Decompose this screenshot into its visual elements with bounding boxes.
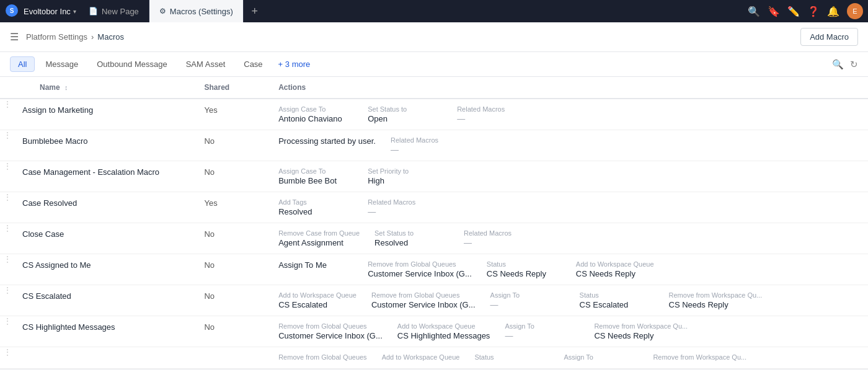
macro-name[interactable]: Assign to Marketing — [15, 99, 197, 130]
filter-icons: 🔍 ↻ — [832, 59, 858, 70]
breadcrumb: Platform Settings › Macros — [26, 32, 124, 42]
macro-actions: Remove Case from QueueAgent AssignmentSe… — [271, 223, 868, 254]
table-row: ⋮CS Assigned to MeNoAssign To MeRemove f… — [0, 254, 868, 285]
action-item: Add TagsResolved — [278, 198, 353, 216]
add-macro-button[interactable]: Add Macro — [800, 28, 858, 46]
macro-name[interactable] — [15, 347, 197, 369]
drag-col-header — [0, 77, 15, 99]
drag-icon: ⋮ — [3, 161, 12, 171]
action-item: Remove from Global Queues — [278, 353, 366, 362]
table-row: ⋮Remove from Global QueuesAdd to Workspa… — [0, 347, 868, 369]
action-value: CS Needs Reply — [487, 269, 561, 278]
table-refresh-icon[interactable]: ↻ — [850, 59, 858, 70]
drag-handle[interactable]: ⋮ — [0, 254, 15, 285]
macro-actions: Add to Workspace QueueCS EscalatedRemove… — [271, 285, 868, 316]
action-label: Status — [474, 353, 549, 361]
action-label: Remove from Global Queues — [278, 322, 383, 330]
action-item: Remove from Workspace Qu... — [653, 353, 746, 362]
table-row: ⋮CS Highlighted MessagesNoRemove from Gl… — [0, 316, 868, 347]
avatar[interactable]: E — [847, 3, 863, 19]
filter-tab-all[interactable]: All — [10, 56, 35, 72]
shared-col-header: Shared — [197, 77, 271, 99]
action-value: — — [391, 145, 465, 154]
macro-name[interactable]: CS Escalated — [15, 285, 197, 316]
drag-handle[interactable]: ⋮ — [0, 99, 15, 130]
action-label: Add to Workspace Queue — [576, 260, 654, 268]
table-row: ⋮Close CaseNoRemove Case from QueueAgent… — [0, 223, 868, 254]
macro-name[interactable]: CS Highlighted Messages — [15, 316, 197, 347]
action-label: Remove from Workspace Qu... — [653, 353, 746, 361]
new-page-tab-icon: 📄 — [89, 7, 98, 16]
action-item: Add to Workspace Queue — [382, 353, 460, 362]
table-header-row: Name ↕ Shared Actions — [0, 77, 868, 99]
action-item: Remove from Global QueuesCustomer Servic… — [278, 322, 383, 340]
macro-shared: No — [197, 254, 271, 285]
drag-handle[interactable]: ⋮ — [0, 161, 15, 192]
table-search-icon[interactable]: 🔍 — [832, 59, 844, 70]
filter-tab-outbound-message[interactable]: Outbound Message — [89, 56, 175, 72]
drag-handle[interactable]: ⋮ — [0, 285, 15, 316]
macro-actions: Assign To MeRemove from Global QueuesCus… — [271, 254, 868, 285]
macro-actions: Assign Case ToBumble Bee BotSet Priority… — [271, 161, 868, 192]
drag-handle[interactable]: ⋮ — [0, 223, 15, 254]
action-item: Set Priority toHigh — [368, 167, 442, 185]
action-label: Remove from Workspace Qu... — [594, 322, 688, 330]
breadcrumb-current: Macros — [97, 32, 124, 42]
action-label: Add to Workspace Queue — [382, 353, 460, 361]
action-value: — — [464, 238, 538, 247]
action-label: Related Macros — [457, 105, 531, 113]
action-item: Assign To— — [490, 291, 565, 309]
action-value: Assign To Me — [278, 260, 353, 270]
action-value: Agent Assignment — [278, 238, 360, 247]
action-item: Add to Workspace QueueCS Escalated — [278, 291, 356, 309]
help-icon[interactable]: ❓ — [807, 6, 820, 17]
action-item: Set Status toOpen — [368, 105, 442, 123]
nav-tab-new-page[interactable]: 📄 New Page — [79, 0, 149, 22]
macro-shared — [197, 347, 271, 369]
svg-text:S: S — [10, 7, 14, 14]
action-item: Assign Case ToAntonio Chaviano — [278, 105, 353, 123]
filter-more-button[interactable]: + 3 more — [273, 57, 316, 71]
drag-icon: ⋮ — [3, 99, 12, 109]
macro-name[interactable]: CS Assigned to Me — [15, 254, 197, 285]
action-value: CS Highlighted Messages — [397, 331, 490, 340]
macro-shared: No — [197, 161, 271, 192]
action-label: Remove from Global Queues — [368, 260, 472, 268]
bookmark-icon[interactable]: 🔖 — [768, 6, 780, 17]
action-label: Add Tags — [278, 198, 353, 206]
macro-name[interactable]: Bumblebee Macro — [15, 130, 197, 161]
action-value: CS Needs Reply — [576, 269, 654, 278]
filter-tab-message[interactable]: Message — [37, 56, 86, 72]
drag-handle[interactable]: ⋮ — [0, 192, 15, 223]
filter-tab-case[interactable]: Case — [236, 56, 270, 72]
action-item: Remove Case from QueueAgent Assignment — [278, 229, 360, 247]
macro-name[interactable]: Case Management - Escalation Macro — [15, 161, 197, 192]
table-row: ⋮Case Management - Escalation MacroNoAss… — [0, 161, 868, 192]
breadcrumb-platform-settings[interactable]: Platform Settings — [26, 32, 87, 42]
sub-header: ☰ Platform Settings › Macros Add Macro — [0, 22, 868, 52]
drag-handle[interactable]: ⋮ — [0, 347, 15, 369]
action-item: Set Status toResolved — [374, 229, 449, 247]
action-value: CS Escalated — [580, 300, 654, 309]
add-tab-button[interactable]: + — [244, 0, 266, 22]
hamburger-icon[interactable]: ☰ — [10, 31, 19, 43]
search-icon[interactable]: 🔍 — [748, 6, 760, 17]
nav-tabs: 📄 New Page ⚙ Macros (Settings) + — [79, 0, 748, 22]
edit-icon[interactable]: ✏️ — [787, 6, 800, 17]
action-item: Status — [474, 353, 549, 362]
macro-name[interactable]: Close Case — [15, 223, 197, 254]
action-value: — — [457, 114, 531, 123]
action-item: Assign To — [564, 353, 638, 362]
nav-app-name[interactable]: Evoltobor Inc ▾ — [24, 7, 76, 16]
bell-icon[interactable]: 🔔 — [827, 6, 839, 17]
drag-handle[interactable]: ⋮ — [0, 316, 15, 347]
macro-shared: Yes — [197, 192, 271, 223]
action-item: StatusCS Needs Reply — [487, 260, 561, 278]
action-item: Related Macros— — [457, 105, 531, 123]
nav-tab-macros-settings[interactable]: ⚙ Macros (Settings) — [149, 0, 244, 22]
macros-table-wrapper: Name ↕ Shared Actions ⋮Assign to Marketi… — [0, 77, 868, 369]
drag-handle[interactable]: ⋮ — [0, 130, 15, 161]
filter-tab-sam-asset[interactable]: SAM Asset — [178, 56, 234, 72]
macro-name[interactable]: Case Resolved — [15, 192, 197, 223]
name-col-header[interactable]: Name ↕ — [15, 77, 197, 99]
